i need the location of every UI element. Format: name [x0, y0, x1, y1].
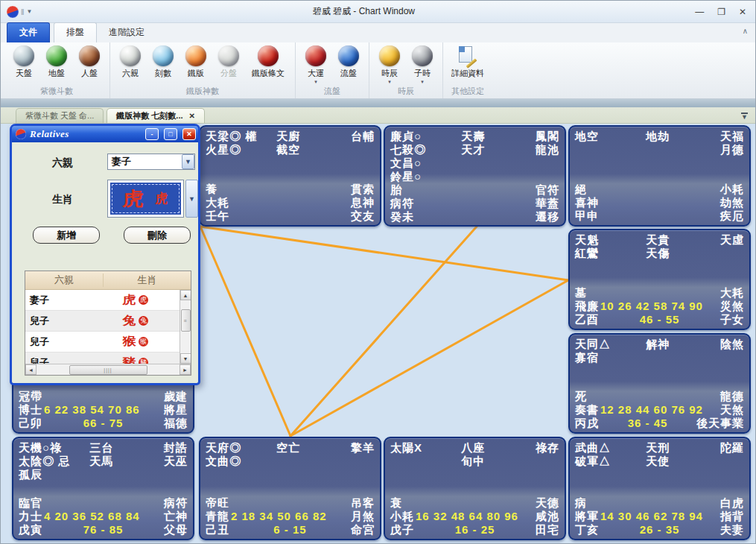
liuqin-button[interactable]: 六親	[114, 45, 147, 80]
stem-branch: 壬午	[206, 209, 229, 223]
dialog-minimize-button[interactable]: -	[145, 128, 159, 140]
liupan-button[interactable]: 流盤	[332, 45, 365, 80]
scroll-right-icon[interactable]: ►	[180, 364, 191, 375]
life-stage-line: 養 貫索	[206, 183, 375, 196]
palace-cell[interactable]: 地空 地劫 天福月德 絕 小耗 喜神 劫煞 甲申 疾厄	[568, 125, 751, 227]
col-header-shengxiao: 生肖	[104, 273, 191, 287]
zodiac-papercut-icon: 豬	[123, 355, 136, 364]
ages-line: 小耗 16 32 48 64 80 96 咸池	[390, 510, 559, 523]
scroll-down-icon[interactable]: ▼	[180, 353, 191, 364]
zishi-button[interactable]: 子時▾	[406, 45, 439, 85]
flow-year-ages: 12 28 44 60 76 92	[600, 403, 703, 417]
life-stage: 帝旺	[206, 496, 229, 510]
tab-advanced-settings[interactable]: 進階設定	[97, 23, 156, 42]
liuqin-combobox[interactable]: 妻子 ▼	[107, 154, 195, 170]
dayun-dropdown-icon[interactable]: ▾	[314, 79, 317, 84]
decade-range	[599, 209, 720, 223]
tab-file[interactable]: 文件	[7, 22, 50, 42]
dialog-close-button[interactable]: ✕	[182, 128, 196, 140]
general-star: 亡神	[164, 510, 188, 523]
delete-button[interactable]: 刪除	[124, 227, 191, 244]
misc-stars: 台輔	[327, 130, 375, 156]
dialog-maximize-button[interactable]: □	[164, 128, 177, 140]
palace-name: 後天事業	[696, 417, 744, 430]
decade-range: 66 - 75	[42, 417, 164, 430]
ages-line: 大耗 息神	[206, 196, 375, 209]
main-stars: 天梁◎ 權火星◎	[206, 130, 276, 156]
tab-paipan[interactable]: 排盤	[54, 22, 97, 42]
palace-name: 遷移	[536, 210, 559, 224]
palace-cell[interactable]: 廉貞○七殺◎文昌○鈴星○ 天壽天才 鳳閣龍池 胎 官符 病符 華蓋 癸未 遷移	[384, 125, 566, 227]
hscroll-thumb[interactable]: ||||	[69, 365, 147, 375]
misc-stars: 陀羅	[696, 441, 744, 468]
palace-cell[interactable]: 天魁紅鸞 天貴天傷 天虛 墓 大耗 飛廉 10 26 42 58 74 90 災…	[568, 229, 751, 330]
stem-branch: 癸未	[390, 210, 414, 224]
boshi-god: 喜神	[575, 196, 599, 209]
palace-name: 福德	[164, 417, 188, 430]
life-stage-line: 死 龍德	[575, 390, 744, 403]
chart-area: 天梁◎ 權火星◎ 天廚截空 台輔 養 貫索 大耗 息神 壬午 交友 廉貞○七殺◎…	[1, 124, 756, 544]
life-stage-line: 冠帶 歲建	[19, 390, 188, 403]
scroll-up-icon[interactable]: ▲	[180, 290, 191, 300]
general-star: 華蓋	[536, 197, 559, 210]
relatives-dialog-titlebar[interactable]: Relatives - □ ✕	[12, 126, 198, 142]
branch-line: 己卯 66 - 75 福德	[19, 417, 188, 430]
decade-range: 6 - 15	[229, 523, 351, 537]
boshi-god: 將軍	[575, 510, 599, 523]
doc-tab-ziwei[interactable]: 紫微斗數 天盤 命...	[16, 108, 104, 123]
palace-cell[interactable]: 武曲△破軍△ 天刑天使 陀羅 病 白虎 將軍 14 30 46 62 78 94…	[568, 437, 751, 540]
details-button[interactable]: 詳細資料	[447, 45, 489, 80]
close-button[interactable]: ✕	[739, 7, 746, 17]
tieban-tiaowen-sphere-icon	[258, 45, 279, 66]
table-row[interactable]: 兒子 兔兔	[25, 311, 180, 332]
palace-cell[interactable]: 太陽X 八座旬中 祿存 衰 天德 小耗 16 32 48 64 80 96 咸池…	[384, 437, 566, 540]
shichen-button[interactable]: 時辰▾	[373, 45, 406, 85]
boshi-god: 博士	[19, 403, 42, 417]
palace-cell[interactable]: 天府◎文曲◎ 空亡 擎羊 帝旺 吊客 青龍 2 18 34 50 66 82 月…	[199, 437, 381, 540]
ribbon-collapse-icon[interactable]: ∧	[743, 27, 748, 35]
ages-line: 青龍 2 18 34 50 66 82 月煞	[206, 510, 375, 523]
table-row[interactable]: 妻子 虎虎	[25, 290, 180, 311]
keshu-button[interactable]: 刻數	[147, 45, 180, 80]
tianpan-sphere-icon	[13, 45, 34, 66]
life-stage-line: 臨官 病符	[19, 496, 188, 510]
misc-stars: 祿存	[512, 441, 559, 468]
life-stage: 病	[575, 496, 587, 510]
restore-button[interactable]: ❐	[717, 7, 725, 17]
doc-tab-close-icon[interactable]: ✕	[189, 112, 195, 120]
palace-cell[interactable]: 天機○祿太陰◎ 忌孤辰 三台天馬 封誥天巫 臨官 病符 力士 4 20 36 5…	[12, 437, 194, 540]
life-stage-line: 墓 大耗	[575, 286, 744, 300]
window-title: 碧威 碧威 - Chart Window	[32, 5, 695, 18]
palace-cell[interactable]: 天梁◎ 權火星◎ 天廚截空 台輔 養 貫索 大耗 息神 壬午 交友	[199, 125, 381, 227]
renpan-button[interactable]: 人盤	[73, 45, 106, 80]
dayun-button[interactable]: 大運▾	[299, 45, 332, 85]
shengxiao-picker[interactable]: 虎 虎	[107, 180, 184, 218]
life-stage-line: 衰 天德	[390, 496, 559, 510]
palace-cell[interactable]: 天同△寡宿 解神 陰煞 死 龍德 奏書 12 28 44 60 76 92 天煞…	[568, 333, 751, 434]
zishi-dropdown-icon[interactable]: ▾	[421, 79, 424, 84]
table-vertical-scrollbar[interactable]: ▲ ≡ ▼	[180, 290, 191, 364]
table-horizontal-scrollbar[interactable]: ◄ |||| ►	[25, 364, 191, 375]
tianpan-button[interactable]: 天盤	[7, 45, 40, 80]
doc-tab-tieban[interactable]: 鐵版神數 七刻數... ✕	[107, 108, 205, 123]
liupan-sphere-icon	[338, 45, 359, 66]
scroll-left-icon[interactable]: ◄	[25, 364, 36, 375]
minimize-button[interactable]: —	[695, 7, 704, 17]
liuqin-sphere-icon	[120, 45, 141, 66]
shichen-dropdown-icon[interactable]: ▾	[388, 79, 391, 84]
table-row[interactable]: 兒子 豬豬	[25, 352, 180, 364]
group-label-shichen: 時辰	[373, 86, 439, 98]
tab-overflow-icon[interactable]: ▼	[741, 113, 748, 120]
tieban-tiaowen-button[interactable]: 鐵版條文	[245, 45, 291, 80]
liuqin-combo-arrow-icon[interactable]: ▼	[182, 154, 194, 169]
shengxiao-picker-arrow-icon[interactable]: ▼	[185, 180, 198, 218]
qat-dropdown-icon[interactable]: ▼	[27, 8, 33, 15]
zodiac-papercut-icon: 虎	[123, 293, 136, 307]
add-button[interactable]: 新增	[33, 227, 100, 244]
star-area: 太陽X 八座旬中 祿存	[390, 441, 559, 468]
table-row[interactable]: 兒子 猴猴	[25, 332, 180, 352]
vscroll-thumb[interactable]: ≡	[181, 309, 191, 332]
life-stage: 墓	[575, 286, 587, 300]
tieban-button[interactable]: 鐵版	[180, 45, 212, 80]
dipan-button[interactable]: 地盤	[40, 45, 73, 80]
